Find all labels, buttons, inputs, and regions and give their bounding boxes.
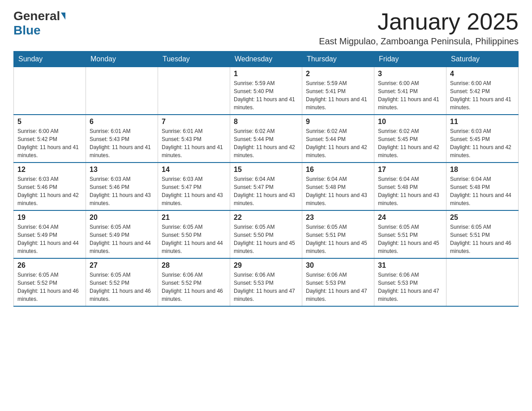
day-number: 9 (306, 118, 370, 126)
calendar-week-row: 26Sunrise: 6:05 AMSunset: 5:52 PMDayligh… (14, 258, 519, 306)
day-info: Sunrise: 6:01 AMSunset: 5:43 PMDaylight:… (90, 127, 154, 159)
day-info: Sunrise: 6:02 AMSunset: 5:44 PMDaylight:… (306, 127, 370, 159)
day-info: Sunrise: 6:05 AMSunset: 5:52 PMDaylight:… (90, 271, 154, 303)
title-area: January 2025 East Migpulao, Zamboanga Pe… (319, 9, 519, 47)
day-info: Sunrise: 6:03 AMSunset: 5:47 PMDaylight:… (162, 175, 226, 207)
logo-triangle-icon (61, 13, 65, 20)
calendar-cell: 23Sunrise: 6:05 AMSunset: 5:51 PMDayligh… (302, 210, 374, 258)
calendar-cell: 5Sunrise: 6:00 AMSunset: 5:42 PMDaylight… (14, 115, 86, 163)
calendar-cell: 1Sunrise: 5:59 AMSunset: 5:40 PMDaylight… (230, 67, 302, 115)
calendar-cell: 22Sunrise: 6:05 AMSunset: 5:50 PMDayligh… (230, 210, 302, 258)
day-number: 15 (234, 166, 298, 174)
calendar-cell: 28Sunrise: 6:06 AMSunset: 5:52 PMDayligh… (158, 258, 230, 306)
calendar-week-row: 19Sunrise: 6:04 AMSunset: 5:49 PMDayligh… (14, 210, 519, 258)
day-info: Sunrise: 6:05 AMSunset: 5:49 PMDaylight:… (90, 223, 154, 255)
calendar-cell: 26Sunrise: 6:05 AMSunset: 5:52 PMDayligh… (14, 258, 86, 306)
calendar-cell: 6Sunrise: 6:01 AMSunset: 5:43 PMDaylight… (86, 115, 158, 163)
calendar-week-row: 5Sunrise: 6:00 AMSunset: 5:42 PMDaylight… (14, 115, 519, 163)
calendar-cell: 21Sunrise: 6:05 AMSunset: 5:50 PMDayligh… (158, 210, 230, 258)
calendar-cell: 19Sunrise: 6:04 AMSunset: 5:49 PMDayligh… (14, 210, 86, 258)
day-number: 7 (162, 118, 226, 126)
day-number: 6 (90, 118, 154, 126)
day-info: Sunrise: 6:04 AMSunset: 5:48 PMDaylight:… (450, 175, 515, 207)
day-number: 29 (234, 261, 298, 270)
day-info: Sunrise: 6:02 AMSunset: 5:44 PMDaylight:… (234, 127, 298, 159)
calendar-cell: 15Sunrise: 6:04 AMSunset: 5:47 PMDayligh… (230, 163, 302, 210)
calendar-cell: 27Sunrise: 6:05 AMSunset: 5:52 PMDayligh… (86, 258, 158, 306)
day-number: 25 (450, 214, 515, 222)
day-info: Sunrise: 6:06 AMSunset: 5:53 PMDaylight:… (378, 271, 442, 303)
calendar-cell: 18Sunrise: 6:04 AMSunset: 5:48 PMDayligh… (446, 163, 519, 210)
day-number: 3 (378, 70, 442, 78)
day-info: Sunrise: 6:04 AMSunset: 5:48 PMDaylight:… (378, 175, 442, 207)
weekday-header-thursday: Thursday (302, 51, 374, 67)
calendar-cell (86, 67, 158, 115)
day-number: 8 (234, 118, 298, 126)
day-info: Sunrise: 6:02 AMSunset: 5:45 PMDaylight:… (378, 127, 442, 159)
calendar-cell: 7Sunrise: 6:01 AMSunset: 5:43 PMDaylight… (158, 115, 230, 163)
calendar-cell: 8Sunrise: 6:02 AMSunset: 5:44 PMDaylight… (230, 115, 302, 163)
day-number: 1 (234, 70, 298, 78)
calendar-cell: 9Sunrise: 6:02 AMSunset: 5:44 PMDaylight… (302, 115, 374, 163)
month-title: January 2025 (319, 9, 519, 34)
weekday-header-row: SundayMondayTuesdayWednesdayThursdayFrid… (14, 51, 519, 67)
header: General Blue January 2025 East Migpulao,… (13, 9, 519, 47)
day-number: 19 (17, 214, 82, 222)
calendar-cell: 16Sunrise: 6:04 AMSunset: 5:48 PMDayligh… (302, 163, 374, 210)
day-number: 27 (90, 261, 154, 270)
day-number: 18 (450, 166, 515, 174)
day-info: Sunrise: 6:00 AMSunset: 5:41 PMDaylight:… (378, 79, 442, 111)
weekday-header-tuesday: Tuesday (158, 51, 230, 67)
day-info: Sunrise: 6:03 AMSunset: 5:46 PMDaylight:… (17, 175, 82, 207)
calendar-table: SundayMondayTuesdayWednesdayThursdayFrid… (13, 51, 519, 307)
day-number: 31 (378, 261, 442, 270)
calendar-cell: 29Sunrise: 6:06 AMSunset: 5:53 PMDayligh… (230, 258, 302, 306)
day-number: 26 (17, 261, 82, 270)
calendar-cell: 25Sunrise: 6:05 AMSunset: 5:51 PMDayligh… (446, 210, 519, 258)
day-info: Sunrise: 6:06 AMSunset: 5:53 PMDaylight:… (306, 271, 370, 303)
calendar-cell (158, 67, 230, 115)
day-info: Sunrise: 6:06 AMSunset: 5:53 PMDaylight:… (234, 271, 298, 303)
day-number: 20 (90, 214, 154, 222)
day-number: 17 (378, 166, 442, 174)
logo-blue-text: Blue (13, 23, 41, 37)
calendar-cell: 30Sunrise: 6:06 AMSunset: 5:53 PMDayligh… (302, 258, 374, 306)
day-info: Sunrise: 6:05 AMSunset: 5:51 PMDaylight:… (450, 223, 515, 255)
day-number: 28 (162, 261, 226, 270)
day-number: 24 (378, 214, 442, 222)
day-info: Sunrise: 5:59 AMSunset: 5:40 PMDaylight:… (234, 79, 298, 111)
day-number: 22 (234, 214, 298, 222)
day-number: 12 (17, 166, 82, 174)
day-number: 21 (162, 214, 226, 222)
day-number: 4 (450, 70, 515, 78)
weekday-header-saturday: Saturday (446, 51, 519, 67)
day-number: 10 (378, 118, 442, 126)
weekday-header-friday: Friday (374, 51, 446, 67)
calendar-cell (446, 258, 519, 306)
calendar-cell: 2Sunrise: 5:59 AMSunset: 5:41 PMDaylight… (302, 67, 374, 115)
calendar-cell: 3Sunrise: 6:00 AMSunset: 5:41 PMDaylight… (374, 67, 446, 115)
calendar-cell: 11Sunrise: 6:03 AMSunset: 5:45 PMDayligh… (446, 115, 519, 163)
day-info: Sunrise: 5:59 AMSunset: 5:41 PMDaylight:… (306, 79, 370, 111)
logo-general-text: General (13, 9, 60, 23)
day-number: 30 (306, 261, 370, 270)
logo: General Blue (13, 9, 66, 38)
weekday-header-monday: Monday (86, 51, 158, 67)
calendar-cell: 10Sunrise: 6:02 AMSunset: 5:45 PMDayligh… (374, 115, 446, 163)
day-info: Sunrise: 6:05 AMSunset: 5:50 PMDaylight:… (234, 223, 298, 255)
day-info: Sunrise: 6:01 AMSunset: 5:43 PMDaylight:… (162, 127, 226, 159)
calendar-cell: 31Sunrise: 6:06 AMSunset: 5:53 PMDayligh… (374, 258, 446, 306)
day-number: 5 (17, 118, 82, 126)
day-number: 14 (162, 166, 226, 174)
day-info: Sunrise: 6:05 AMSunset: 5:50 PMDaylight:… (162, 223, 226, 255)
day-number: 23 (306, 214, 370, 222)
day-info: Sunrise: 6:03 AMSunset: 5:46 PMDaylight:… (90, 175, 154, 207)
calendar-cell: 20Sunrise: 6:05 AMSunset: 5:49 PMDayligh… (86, 210, 158, 258)
day-info: Sunrise: 6:00 AMSunset: 5:42 PMDaylight:… (450, 79, 515, 111)
calendar-cell: 13Sunrise: 6:03 AMSunset: 5:46 PMDayligh… (86, 163, 158, 210)
day-info: Sunrise: 6:04 AMSunset: 5:48 PMDaylight:… (306, 175, 370, 207)
day-info: Sunrise: 6:04 AMSunset: 5:49 PMDaylight:… (17, 223, 82, 255)
calendar-cell: 17Sunrise: 6:04 AMSunset: 5:48 PMDayligh… (374, 163, 446, 210)
calendar-cell (14, 67, 86, 115)
day-number: 2 (306, 70, 370, 78)
